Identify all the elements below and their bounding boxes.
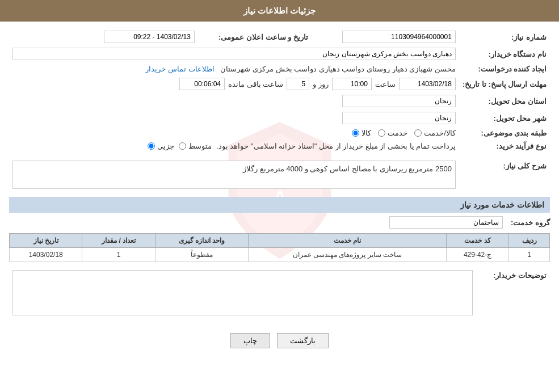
buyer-org-input[interactable] <box>12 48 456 60</box>
category-label: طبقه بندی موضوعی: <box>459 127 550 140</box>
process-jozvi-label: جزیی <box>157 142 174 150</box>
service-group-label: گروه خدمت: <box>511 218 550 227</box>
service-group-input[interactable] <box>389 216 503 229</box>
print-button[interactable]: چاپ <box>230 333 270 348</box>
need-desc-label: شرح کلی نیاز: <box>459 158 550 191</box>
deadline-remaining-label: ساعت باقی مانده <box>228 80 283 88</box>
category-kala-khedmat-label: کالا/خدمت <box>424 129 456 137</box>
buyer-desc-label: توضیحات خریدار: <box>476 268 550 319</box>
deadline-time-input[interactable] <box>332 78 372 90</box>
table-cell-row: 1 <box>509 248 550 262</box>
deadline-days-label: روز و <box>313 80 329 88</box>
services-table: ردیف کد خدمت نام خدمت واحد اندازه گیری ت… <box>9 233 550 262</box>
category-khedmat-label: خدمت <box>388 129 407 137</box>
category-kala-khedmat-radio[interactable] <box>414 129 422 137</box>
province-input[interactable] <box>342 95 456 107</box>
table-cell-qty: 1 <box>82 248 155 262</box>
buyer-org-label: نام دستگاه خریدار: <box>459 45 550 62</box>
creator-label: ایجاد کننده درخواست: <box>459 62 550 75</box>
process-label: نوع فرآیند خرید: <box>459 140 550 153</box>
process-mottaset-label: متوسط <box>188 142 212 150</box>
process-mottaset-radio[interactable] <box>179 142 186 150</box>
col-qty-header: تعداد / مقدار <box>82 234 155 248</box>
announcement-input[interactable] <box>104 31 195 43</box>
deadline-days-input[interactable] <box>287 78 309 90</box>
announcement-label: تاریخ و ساعت اعلان عمومی: <box>198 28 312 45</box>
deadline-date-input[interactable] <box>399 78 456 90</box>
deadline-remaining-input[interactable] <box>179 78 225 90</box>
page-header: جزئیات اطلاعات نیاز <box>0 0 559 22</box>
need-desc-box: 2500 مترمربع زیرسازی با مصالح اساس کوهی … <box>12 161 456 189</box>
table-row: 1ج-42-429ساخت سایر پروژه‌های مهندسی عمرا… <box>10 248 550 262</box>
contact-link[interactable]: اطلاعات تماس خریدار <box>145 65 214 73</box>
buyer-desc-textarea[interactable] <box>12 270 473 315</box>
table-cell-date: 1403/02/18 <box>10 248 82 262</box>
col-unit-header: واحد اندازه گیری <box>155 234 248 248</box>
need-desc-value: 2500 مترمربع زیرسازی با مصالح اساس کوهی … <box>243 165 452 173</box>
col-date-header: تاریخ نیاز <box>10 234 82 248</box>
table-cell-name: ساخت سایر پروژه‌های مهندسی عمران <box>249 248 447 262</box>
services-section-header: اطلاعات خدمات مورد نیاز <box>9 197 550 213</box>
col-row-header: ردیف <box>509 234 550 248</box>
col-name-header: نام خدمت <box>249 234 447 248</box>
deadline-label: مهلت ارسال پاسخ: تا تاریخ: <box>459 75 550 92</box>
category-kala-radio[interactable] <box>352 129 359 137</box>
category-khedmat-radio[interactable] <box>378 129 385 137</box>
process-desc: پرداخت تمام یا بخشی از مبلغ خریدار از مح… <box>216 142 456 150</box>
city-input[interactable] <box>342 112 456 124</box>
deadline-time-label: ساعت <box>375 80 396 88</box>
city-label: شهر محل تحویل: <box>459 109 550 127</box>
back-button[interactable]: بازگشت <box>277 333 329 348</box>
category-kala-label: کالا <box>362 129 371 137</box>
col-code-header: کد خدمت <box>446 234 509 248</box>
process-jozvi-radio[interactable] <box>148 142 155 150</box>
page-title: جزئیات اطلاعات نیاز <box>243 6 316 15</box>
need-number-input[interactable] <box>342 31 456 43</box>
table-cell-code: ج-42-429 <box>446 248 509 262</box>
need-number-label: شماره نیاز: <box>459 28 550 45</box>
table-cell-unit: مقطوعاً <box>155 248 248 262</box>
button-area: بازگشت چاپ <box>9 325 550 354</box>
creator-value: محسن شهبازی دهیار روستای دواسب دهیاری دو… <box>220 65 456 73</box>
province-label: استان محل تحویل: <box>459 92 550 109</box>
